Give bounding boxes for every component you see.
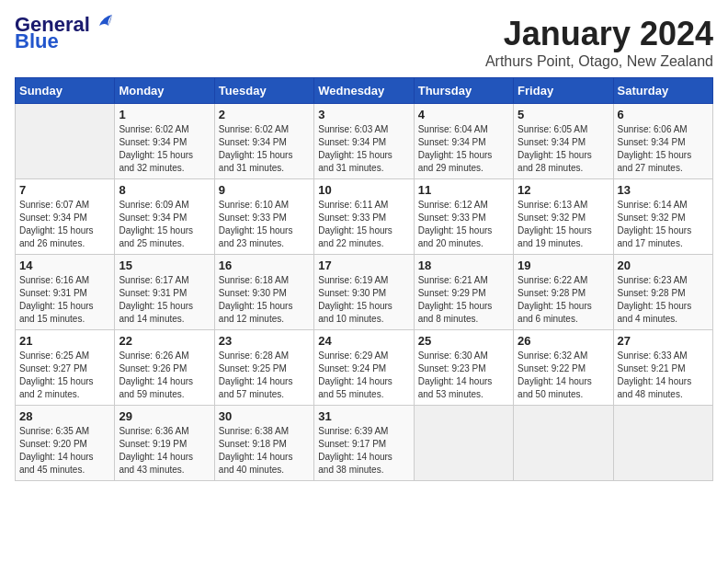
calendar-cell: 7Sunrise: 6:07 AM Sunset: 9:34 PM Daylig… [16, 179, 115, 255]
weekday-header-saturday: Saturday [613, 78, 712, 104]
calendar-cell: 24Sunrise: 6:29 AM Sunset: 9:24 PM Dayli… [314, 330, 414, 406]
calendar-cell: 15Sunrise: 6:17 AM Sunset: 9:31 PM Dayli… [115, 255, 214, 330]
day-info: Sunrise: 6:19 AM Sunset: 9:30 PM Dayligh… [318, 274, 409, 326]
day-info: Sunrise: 6:38 AM Sunset: 9:18 PM Dayligh… [219, 425, 310, 477]
day-number: 6 [618, 108, 709, 121]
day-number: 5 [518, 108, 609, 121]
day-number: 25 [418, 334, 509, 348]
calendar-cell: 9Sunrise: 6:10 AM Sunset: 9:33 PM Daylig… [214, 179, 313, 255]
day-number: 9 [219, 183, 310, 197]
day-info: Sunrise: 6:26 AM Sunset: 9:26 PM Dayligh… [119, 350, 210, 401]
day-number: 17 [318, 259, 409, 272]
calendar-cell: 26Sunrise: 6:32 AM Sunset: 9:22 PM Dayli… [514, 330, 613, 406]
header: General Blue January 2024 Arthurs Point,… [15, 15, 713, 70]
calendar-cell: 21Sunrise: 6:25 AM Sunset: 9:27 PM Dayli… [16, 330, 115, 406]
day-info: Sunrise: 6:39 AM Sunset: 9:17 PM Dayligh… [318, 425, 409, 477]
calendar-cell: 29Sunrise: 6:36 AM Sunset: 9:19 PM Dayli… [115, 406, 214, 481]
weekday-header-row: SundayMondayTuesdayWednesdayThursdayFrid… [16, 78, 713, 104]
day-info: Sunrise: 6:11 AM Sunset: 9:33 PM Dayligh… [318, 199, 409, 250]
weekday-header-thursday: Thursday [414, 78, 513, 104]
day-number: 21 [19, 334, 110, 348]
day-info: Sunrise: 6:22 AM Sunset: 9:28 PM Dayligh… [518, 274, 609, 326]
calendar-cell: 6Sunrise: 6:06 AM Sunset: 9:34 PM Daylig… [613, 104, 712, 179]
calendar-cell: 3Sunrise: 6:03 AM Sunset: 9:34 PM Daylig… [314, 104, 414, 179]
calendar-cell: 28Sunrise: 6:35 AM Sunset: 9:20 PM Dayli… [16, 406, 115, 481]
day-number: 10 [318, 183, 409, 197]
weekday-header-monday: Monday [115, 78, 214, 104]
calendar-cell: 30Sunrise: 6:38 AM Sunset: 9:18 PM Dayli… [214, 406, 313, 481]
calendar-cell: 20Sunrise: 6:23 AM Sunset: 9:28 PM Dayli… [613, 255, 712, 330]
day-number: 1 [119, 108, 210, 121]
day-info: Sunrise: 6:03 AM Sunset: 9:34 PM Dayligh… [318, 123, 409, 175]
day-number: 13 [618, 183, 709, 197]
calendar-cell: 25Sunrise: 6:30 AM Sunset: 9:23 PM Dayli… [414, 330, 513, 406]
day-info: Sunrise: 6:02 AM Sunset: 9:34 PM Dayligh… [219, 123, 310, 175]
title-section: January 2024 Arthurs Point, Otago, New Z… [485, 15, 713, 70]
day-number: 30 [219, 409, 310, 423]
day-info: Sunrise: 6:05 AM Sunset: 9:34 PM Dayligh… [518, 123, 609, 175]
weekday-header-wednesday: Wednesday [314, 78, 414, 104]
day-number: 31 [318, 409, 409, 423]
calendar-cell: 10Sunrise: 6:11 AM Sunset: 9:33 PM Dayli… [314, 179, 414, 255]
calendar-cell: 22Sunrise: 6:26 AM Sunset: 9:26 PM Dayli… [115, 330, 214, 406]
day-number: 12 [518, 183, 609, 197]
calendar-cell: 11Sunrise: 6:12 AM Sunset: 9:33 PM Dayli… [414, 179, 513, 255]
day-number: 29 [119, 409, 210, 423]
calendar-cell: 27Sunrise: 6:33 AM Sunset: 9:21 PM Dayli… [613, 330, 712, 406]
day-number: 7 [19, 183, 110, 197]
day-info: Sunrise: 6:12 AM Sunset: 9:33 PM Dayligh… [418, 199, 509, 250]
day-number: 3 [318, 108, 409, 121]
day-number: 28 [19, 409, 110, 423]
day-info: Sunrise: 6:30 AM Sunset: 9:23 PM Dayligh… [418, 350, 509, 401]
day-number: 22 [119, 334, 210, 348]
week-row-5: 28Sunrise: 6:35 AM Sunset: 9:20 PM Dayli… [16, 406, 713, 481]
month-title: January 2024 [485, 15, 713, 53]
calendar-cell [16, 104, 115, 179]
day-number: 27 [618, 334, 709, 348]
day-info: Sunrise: 6:18 AM Sunset: 9:30 PM Dayligh… [219, 274, 310, 326]
calendar-table: SundayMondayTuesdayWednesdayThursdayFrid… [15, 77, 713, 481]
weekday-header-sunday: Sunday [16, 78, 115, 104]
location-title: Arthurs Point, Otago, New Zealand [485, 53, 713, 70]
day-number: 24 [318, 334, 409, 348]
day-number: 4 [418, 108, 509, 121]
calendar-cell: 14Sunrise: 6:16 AM Sunset: 9:31 PM Dayli… [16, 255, 115, 330]
calendar-cell: 16Sunrise: 6:18 AM Sunset: 9:30 PM Dayli… [214, 255, 313, 330]
day-info: Sunrise: 6:33 AM Sunset: 9:21 PM Dayligh… [618, 350, 709, 401]
day-number: 16 [219, 259, 310, 272]
logo-bird-icon [92, 13, 112, 33]
day-info: Sunrise: 6:02 AM Sunset: 9:34 PM Dayligh… [119, 123, 210, 175]
day-number: 18 [418, 259, 509, 272]
calendar-cell [414, 406, 513, 481]
day-number: 15 [119, 259, 210, 272]
calendar-cell: 5Sunrise: 6:05 AM Sunset: 9:34 PM Daylig… [514, 104, 613, 179]
calendar-cell: 1Sunrise: 6:02 AM Sunset: 9:34 PM Daylig… [115, 104, 214, 179]
day-info: Sunrise: 6:32 AM Sunset: 9:22 PM Dayligh… [518, 350, 609, 401]
day-info: Sunrise: 6:17 AM Sunset: 9:31 PM Dayligh… [119, 274, 210, 326]
calendar-cell: 31Sunrise: 6:39 AM Sunset: 9:17 PM Dayli… [314, 406, 414, 481]
day-info: Sunrise: 6:23 AM Sunset: 9:28 PM Dayligh… [618, 274, 709, 326]
week-row-4: 21Sunrise: 6:25 AM Sunset: 9:27 PM Dayli… [16, 330, 713, 406]
day-info: Sunrise: 6:09 AM Sunset: 9:34 PM Dayligh… [119, 199, 210, 250]
day-info: Sunrise: 6:04 AM Sunset: 9:34 PM Dayligh… [418, 123, 509, 175]
day-info: Sunrise: 6:06 AM Sunset: 9:34 PM Dayligh… [618, 123, 709, 175]
day-number: 19 [518, 259, 609, 272]
day-info: Sunrise: 6:10 AM Sunset: 9:33 PM Dayligh… [219, 199, 310, 250]
calendar-cell [613, 406, 712, 481]
day-info: Sunrise: 6:25 AM Sunset: 9:27 PM Dayligh… [19, 350, 110, 401]
day-number: 23 [219, 334, 310, 348]
day-number: 14 [19, 259, 110, 272]
day-info: Sunrise: 6:13 AM Sunset: 9:32 PM Dayligh… [518, 199, 609, 250]
day-info: Sunrise: 6:14 AM Sunset: 9:32 PM Dayligh… [618, 199, 709, 250]
calendar-cell: 2Sunrise: 6:02 AM Sunset: 9:34 PM Daylig… [214, 104, 313, 179]
week-row-1: 1Sunrise: 6:02 AM Sunset: 9:34 PM Daylig… [16, 104, 713, 179]
day-number: 26 [518, 334, 609, 348]
week-row-2: 7Sunrise: 6:07 AM Sunset: 9:34 PM Daylig… [16, 179, 713, 255]
weekday-header-tuesday: Tuesday [214, 78, 313, 104]
day-info: Sunrise: 6:29 AM Sunset: 9:24 PM Dayligh… [318, 350, 409, 401]
logo-blue: Blue [15, 31, 59, 52]
calendar-cell: 19Sunrise: 6:22 AM Sunset: 9:28 PM Dayli… [514, 255, 613, 330]
day-info: Sunrise: 6:16 AM Sunset: 9:31 PM Dayligh… [19, 274, 110, 326]
calendar-cell: 23Sunrise: 6:28 AM Sunset: 9:25 PM Dayli… [214, 330, 313, 406]
logo: General Blue [15, 15, 112, 52]
